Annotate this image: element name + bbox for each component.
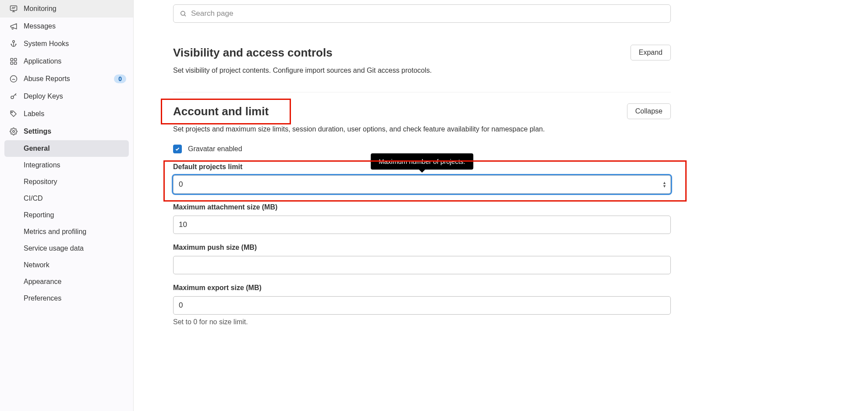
sidebar-item-label: System Hooks — [24, 40, 69, 48]
svg-rect-4 — [11, 62, 13, 64]
sidebar-sub-service-usage[interactable]: Service usage data — [0, 240, 133, 257]
apps-icon — [9, 57, 18, 66]
sidebar-item-deploy-keys[interactable]: Deploy Keys — [0, 88, 133, 105]
sidebar-item-settings[interactable]: Settings — [0, 123, 133, 140]
projects-limit-input[interactable] — [173, 175, 671, 194]
monitor-icon — [9, 4, 18, 14]
sidebar-item-label: Messages — [24, 22, 56, 30]
default-projects-limit-group: Default projects limit Maximum number of… — [173, 163, 671, 194]
visibility-section: Visibility and access controls Expand Se… — [173, 45, 671, 74]
svg-point-10 — [181, 11, 185, 15]
max-export-help: Set to 0 for no size limit. — [173, 318, 671, 326]
sidebar-sub-reporting[interactable]: Reporting — [0, 207, 133, 223]
main-content: Visibility and access controls Expand Se… — [134, 0, 868, 411]
visibility-desc: Set visibility of project contents. Conf… — [173, 67, 671, 74]
search-page-box[interactable] — [173, 4, 671, 23]
sidebar-item-label: Deploy Keys — [24, 92, 63, 100]
gravatar-label: Gravatar enabled — [188, 145, 242, 153]
gear-icon — [9, 127, 18, 136]
svg-rect-3 — [14, 58, 17, 60]
svg-point-9 — [13, 131, 15, 133]
megaphone-icon — [9, 21, 18, 31]
anchor-icon — [9, 39, 18, 49]
max-push-group: Maximum push size (MB) — [173, 244, 671, 274]
search-input[interactable] — [191, 9, 664, 18]
key-icon — [9, 92, 18, 101]
max-export-group: Maximum export size (MB) Set to 0 for no… — [173, 284, 671, 326]
sidebar-item-label: Abuse Reports — [24, 75, 70, 83]
sidebar-item-messages[interactable]: Messages — [0, 18, 133, 35]
sidebar-item-label: Labels — [24, 110, 44, 118]
sidebar-item-label: Settings — [24, 128, 51, 135]
sidebar-item-monitoring[interactable]: Monitoring — [0, 0, 133, 18]
svg-point-8 — [11, 112, 12, 113]
checkbox-checked-icon[interactable] — [173, 145, 182, 153]
sidebar-sub-general[interactable]: General — [4, 140, 129, 157]
sidebar-item-label: Monitoring — [24, 5, 57, 13]
tag-icon — [9, 109, 18, 119]
search-icon — [180, 10, 187, 17]
svg-rect-5 — [14, 62, 17, 64]
visibility-title: Visibility and access controls — [173, 46, 333, 60]
gravatar-checkbox-row[interactable]: Gravatar enabled — [173, 145, 671, 153]
max-push-label: Maximum push size (MB) — [173, 244, 671, 252]
svg-rect-2 — [11, 58, 13, 60]
sidebar-sub-cicd[interactable]: CI/CD — [0, 190, 133, 207]
sidebar-sub-integrations[interactable]: Integrations — [0, 157, 133, 174]
account-limit-desc: Set projects and maximum size limits, se… — [173, 125, 671, 133]
tooltip: Maximum number of projects. — [371, 153, 473, 170]
sidebar-sub-appearance[interactable]: Appearance — [0, 273, 133, 290]
sidebar-sub-metrics[interactable]: Metrics and profiling — [0, 223, 133, 240]
max-attachment-group: Maximum attachment size (MB) — [173, 203, 671, 234]
sidebar-item-abuse-reports[interactable]: Abuse Reports 0 — [0, 70, 133, 88]
sidebar-item-label: Applications — [24, 57, 61, 65]
max-export-label: Maximum export size (MB) — [173, 284, 671, 292]
sidebar-sub-network[interactable]: Network — [0, 257, 133, 273]
expand-button[interactable]: Expand — [631, 45, 671, 60]
max-push-input[interactable] — [173, 256, 671, 274]
svg-point-7 — [11, 96, 14, 99]
sidebar-item-labels[interactable]: Labels — [0, 105, 133, 123]
sidebar-item-system-hooks[interactable]: System Hooks — [0, 35, 133, 53]
abuse-icon — [9, 74, 18, 84]
svg-point-1 — [13, 41, 15, 43]
sidebar: Monitoring Messages System Hooks Applica… — [0, 0, 134, 411]
abuse-badge: 0 — [114, 74, 126, 83]
account-limit-section: Account and limit Collapse Set projects … — [173, 103, 671, 326]
sidebar-item-applications[interactable]: Applications — [0, 53, 133, 70]
sidebar-sub-preferences[interactable]: Preferences — [0, 290, 133, 307]
collapse-button[interactable]: Collapse — [627, 103, 671, 119]
max-export-input[interactable] — [173, 296, 671, 315]
account-limit-title: Account and limit — [173, 105, 269, 118]
sidebar-sub-repository[interactable]: Repository — [0, 174, 133, 190]
max-attachment-input[interactable] — [173, 216, 671, 234]
divider — [173, 92, 671, 92]
max-attachment-label: Maximum attachment size (MB) — [173, 203, 671, 211]
